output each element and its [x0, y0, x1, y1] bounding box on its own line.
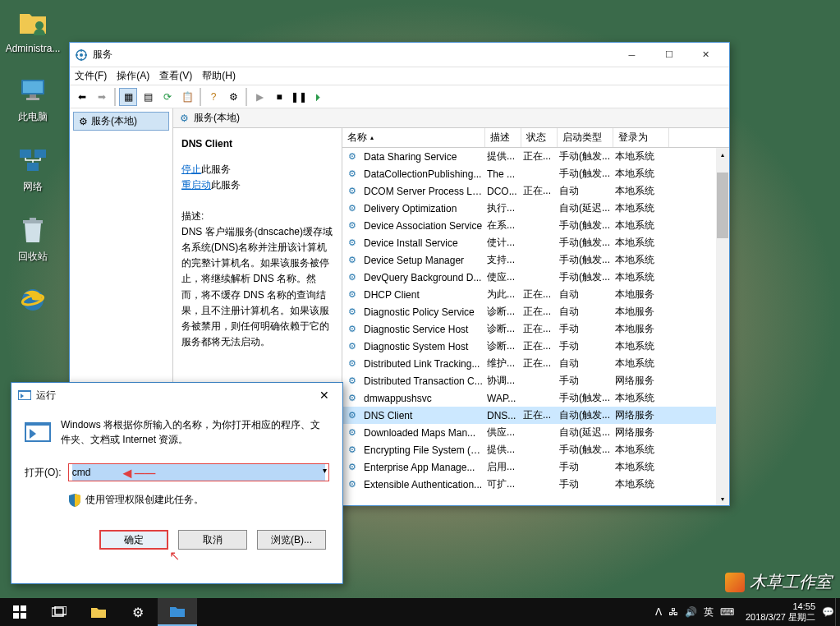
column-description[interactable]: 描述	[485, 128, 521, 147]
vertical-scrollbar[interactable]: ▴ ▾	[716, 148, 729, 505]
browse-button[interactable]: 浏览(B)...	[257, 530, 326, 550]
desktop-icon-network[interactable]: 网络	[7, 144, 59, 194]
toolbar-refresh[interactable]: ⟳	[158, 88, 177, 106]
scroll-thumb[interactable]	[717, 173, 728, 238]
toolbar-settings[interactable]: ⚙	[224, 88, 242, 106]
cell-name: Diagnostic System Host	[362, 341, 485, 352]
column-name[interactable]: 名称▴	[342, 128, 485, 147]
cell-name: DNS Client	[362, 410, 485, 421]
task-view-button[interactable]	[39, 598, 79, 626]
svg-point-12	[80, 53, 83, 57]
tray-keyboard-icon[interactable]: ⌨	[720, 606, 734, 618]
table-row[interactable]: ⚙DCOM Server Process La...DCO...正在...自动本…	[342, 182, 729, 200]
dropdown-icon[interactable]: ▾	[323, 466, 327, 475]
column-logon[interactable]: 登录为	[613, 128, 669, 147]
gear-icon: ⚙	[346, 271, 359, 284]
taskbar-clock[interactable]: 14:55 2018/3/27 星期二	[741, 601, 820, 623]
cancel-button[interactable]: 取消	[178, 530, 247, 550]
start-button[interactable]	[0, 598, 39, 626]
scroll-down-button[interactable]: ▾	[716, 492, 729, 505]
table-row[interactable]: ⚙Diagnostic System Host诊断...正在...手动本地系统	[342, 338, 729, 355]
run-close-button[interactable]: ✕	[308, 384, 341, 406]
cell-startup: 手动(触发...	[558, 391, 613, 405]
gear-icon: ⚙	[79, 116, 88, 127]
table-row[interactable]: ⚙Distributed Transaction C...协调...手动网络服务	[342, 372, 729, 389]
table-row[interactable]: ⚙Device Install Service使计...手动(触发...本地系统	[342, 234, 729, 251]
cell-logon: 本地系统	[613, 270, 669, 284]
menu-action[interactable]: 操作(A)	[117, 69, 149, 83]
cell-name: Diagnostic Policy Service	[362, 306, 485, 318]
toolbar-help[interactable]: ?	[204, 88, 223, 106]
table-row[interactable]: ⚙Encrypting File System (E...提供...手动(触发.…	[342, 441, 729, 458]
tray-up-icon[interactable]: ᐱ	[655, 606, 662, 618]
table-row[interactable]: ⚙Device Association Service在系...手动(触发...…	[342, 217, 729, 234]
column-status[interactable]: 状态	[521, 128, 558, 147]
table-row[interactable]: ⚙Device Setup Manager支持...手动(触发...本地系统	[342, 251, 729, 269]
cell-logon: 本地系统	[613, 443, 669, 457]
toolbar-show-hide[interactable]: ▦	[119, 88, 137, 106]
gear-icon: ⚙	[346, 185, 359, 198]
table-row[interactable]: ⚙Enterprise App Manage...启用...手动本地系统	[342, 458, 729, 476]
clock-time: 14:55	[746, 601, 815, 612]
taskbar-settings[interactable]: ⚙	[118, 598, 158, 626]
table-row[interactable]: ⚙Diagnostic Policy Service诊断...正在...自动本地…	[342, 303, 729, 320]
taskbar-file-explorer[interactable]	[79, 598, 118, 626]
open-label: 打开(O):	[25, 466, 62, 480]
table-row[interactable]: ⚙Downloaded Maps Man...供应...自动(延迟...网络服务	[342, 424, 729, 441]
column-startup[interactable]: 启动类型	[558, 128, 613, 147]
toolbar-export[interactable]: 📋	[178, 88, 196, 106]
close-button[interactable]: ✕	[687, 44, 724, 67]
tray-volume-icon[interactable]: 🔊	[685, 606, 697, 618]
cell-logon: 本地系统	[613, 236, 669, 250]
menu-file[interactable]: 文件(F)	[75, 69, 107, 83]
cell-name: Extensible Authentication...	[362, 479, 485, 490]
menu-view[interactable]: 查看(V)	[159, 69, 192, 83]
gear-icon: ⚙	[346, 219, 359, 232]
run-titlebar[interactable]: 运行 ✕	[11, 383, 342, 407]
toolbar-properties[interactable]: ▤	[139, 88, 157, 106]
cell-desc: 为此...	[485, 288, 521, 301]
services-titlebar[interactable]: 服务 ─ ☐ ✕	[70, 43, 729, 67]
table-row[interactable]: ⚙DNS ClientDNS...正在...自动(触发...网络服务	[342, 407, 729, 424]
desktop-icon-this-pc[interactable]: 此电脑	[7, 74, 59, 124]
cell-status: 正在...	[521, 184, 558, 198]
scroll-up-button[interactable]: ▴	[716, 148, 729, 161]
desktop-icons: Administra... 此电脑 网络 回收站	[7, 7, 72, 339]
tray-network-icon[interactable]: 🖧	[668, 606, 678, 618]
toolbar-forward[interactable]: ➡	[93, 88, 111, 106]
cell-desc: 诊断...	[485, 339, 521, 353]
run-input[interactable]	[72, 464, 325, 481]
ok-button[interactable]: 确定	[99, 530, 168, 550]
desktop-icon-administrator[interactable]: Administra...	[7, 7, 59, 54]
toolbar-stop-service[interactable]: ■	[270, 88, 288, 106]
stop-service-link[interactable]: 停止	[181, 163, 201, 175]
menu-help[interactable]: 帮助(H)	[202, 69, 236, 83]
table-row[interactable]: ⚙Distributed Link Tracking...维护...正在...自…	[342, 355, 729, 372]
table-row[interactable]: ⚙DevQuery Background D...使应...手动(触发...本地…	[342, 269, 729, 286]
table-row[interactable]: ⚙dmwappushsvcWAP...手动(触发...本地系统	[342, 389, 729, 407]
minimize-button[interactable]: ─	[613, 44, 650, 67]
services-title: 服务	[93, 48, 613, 62]
desktop-icon-ie[interactable]	[7, 283, 59, 320]
table-row[interactable]: ⚙Data Sharing Service提供...正在...手动(触发...本…	[342, 148, 729, 165]
taskbar-edge[interactable]	[158, 598, 197, 626]
restart-service-link[interactable]: 重启动	[181, 179, 211, 191]
table-row[interactable]: ⚙Delivery Optimization执行...自动(延迟...本地系统	[342, 200, 729, 217]
table-row[interactable]: ⚙DataCollectionPublishing...The ...手动(触发…	[342, 165, 729, 182]
toolbar-restart-service[interactable]: ⏵	[310, 88, 328, 106]
cell-startup: 自动(延迟...	[558, 426, 613, 440]
table-row[interactable]: ⚙Diagnostic Service Host诊断...正在...手动本地服务	[342, 320, 729, 338]
cell-desc: 启用...	[485, 460, 521, 474]
table-row[interactable]: ⚙Extensible Authentication...可扩...手动本地系统	[342, 476, 729, 493]
cell-logon: 本地系统	[613, 460, 669, 474]
toolbar-start-service[interactable]: ▶	[250, 88, 269, 106]
services-local-node[interactable]: ⚙ 服务(本地)	[73, 112, 169, 131]
show-desktop-button[interactable]	[835, 598, 840, 626]
action-center-button[interactable]: 💬	[820, 598, 835, 626]
tray-ime[interactable]: 英	[704, 605, 714, 619]
desktop-icon-recycle-bin[interactable]: 回收站	[7, 214, 59, 264]
toolbar-back[interactable]: ⬅	[73, 88, 91, 106]
maximize-button[interactable]: ☐	[650, 44, 687, 67]
table-row[interactable]: ⚙DHCP Client为此...正在...自动本地服务	[342, 286, 729, 303]
toolbar-pause-service[interactable]: ❚❚	[290, 88, 308, 106]
